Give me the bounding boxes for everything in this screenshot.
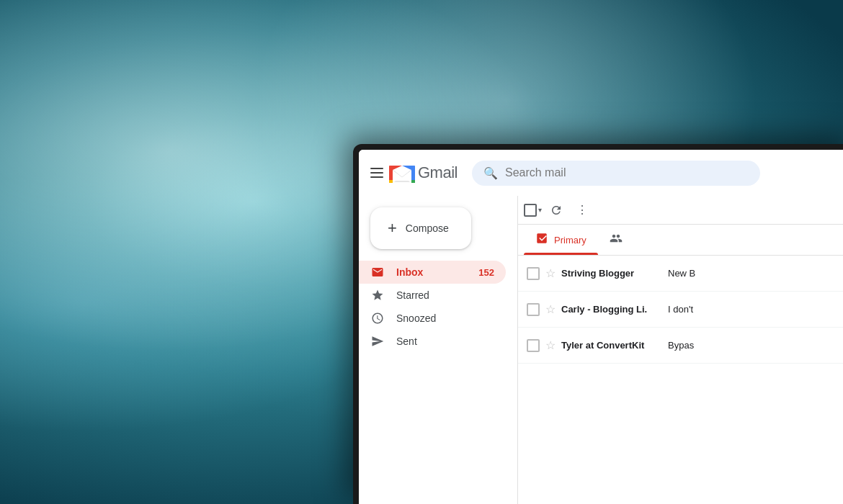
sidebar-item-snoozed[interactable]: Snoozed — [359, 307, 506, 330]
snoozed-label: Snoozed — [396, 312, 494, 324]
sidebar-item-sent[interactable]: Sent — [359, 330, 506, 353]
sent-label: Sent — [396, 336, 494, 347]
compose-button[interactable]: + Compose — [370, 207, 471, 249]
inbox-label: Inbox — [396, 266, 467, 278]
compose-label: Compose — [406, 222, 449, 234]
gmail-wordmark: Gmail — [418, 163, 458, 182]
gmail-logo: Gmail — [389, 163, 458, 183]
sidebar-item-inbox[interactable]: Inbox 152 — [359, 261, 506, 284]
gmail-body: + Compose Inbox 152 — [359, 196, 843, 504]
email-star-icon[interactable]: ☆ — [545, 338, 556, 352]
sidebar-item-starred[interactable]: Starred — [359, 284, 506, 307]
refresh-button[interactable] — [545, 199, 568, 222]
email-star-icon[interactable]: ☆ — [545, 266, 556, 280]
tab-primary[interactable]: Primary — [524, 225, 598, 255]
email-checkbox[interactable] — [527, 303, 540, 316]
tab-social[interactable] — [598, 225, 670, 255]
clock-icon — [370, 311, 385, 325]
search-icon: 🔍 — [483, 166, 498, 180]
email-subject: Bypas — [668, 340, 843, 351]
star-icon — [370, 288, 385, 302]
gmail-app: Gmail 🔍 Search mail + Compose — [359, 150, 843, 504]
gmail-header: Gmail 🔍 Search mail — [359, 150, 843, 196]
menu-button[interactable] — [370, 168, 383, 178]
email-subject: I don't — [668, 304, 843, 315]
email-star-icon[interactable]: ☆ — [545, 302, 556, 316]
tabs-bar: Primary — [518, 225, 843, 256]
search-placeholder: Search mail — [505, 166, 566, 179]
more-options-icon: ⋮ — [576, 203, 588, 217]
primary-tab-icon — [535, 232, 548, 248]
email-row[interactable]: ☆ Striving Blogger New B — [518, 256, 843, 292]
inbox-icon — [370, 265, 385, 279]
starred-label: Starred — [396, 289, 494, 301]
email-sender: Tyler at ConvertKit — [561, 340, 662, 351]
email-sender: Striving Blogger — [561, 268, 662, 279]
device-screen: Gmail 🔍 Search mail + Compose — [359, 150, 843, 504]
email-checkbox[interactable] — [527, 267, 540, 280]
primary-tab-label: Primary — [554, 235, 586, 246]
email-list-area: ▾ ⋮ — [517, 196, 843, 504]
gmail-m-icon — [389, 163, 415, 183]
send-icon — [370, 334, 385, 348]
more-options-button[interactable]: ⋮ — [571, 199, 594, 222]
sidebar: + Compose Inbox 152 — [359, 196, 517, 504]
toolbar: ▾ ⋮ — [518, 196, 843, 225]
inbox-count: 152 — [478, 267, 494, 278]
email-row[interactable]: ☆ Tyler at ConvertKit Bypas — [518, 328, 843, 364]
social-tab-icon — [610, 232, 623, 248]
email-rows: ☆ Striving Blogger New B ☆ Carly - Blogg… — [518, 256, 843, 504]
select-chevron-icon[interactable]: ▾ — [538, 206, 542, 214]
compose-plus-icon: + — [388, 219, 397, 238]
search-bar[interactable]: 🔍 Search mail — [472, 161, 760, 186]
select-all-group[interactable]: ▾ — [524, 204, 542, 217]
email-row[interactable]: ☆ Carly - Blogging Li. I don't — [518, 292, 843, 328]
email-sender: Carly - Blogging Li. — [561, 304, 662, 315]
email-checkbox[interactable] — [527, 339, 540, 352]
email-subject: New B — [668, 268, 843, 279]
device-frame: Gmail 🔍 Search mail + Compose — [353, 144, 843, 504]
select-all-checkbox[interactable] — [524, 204, 537, 217]
